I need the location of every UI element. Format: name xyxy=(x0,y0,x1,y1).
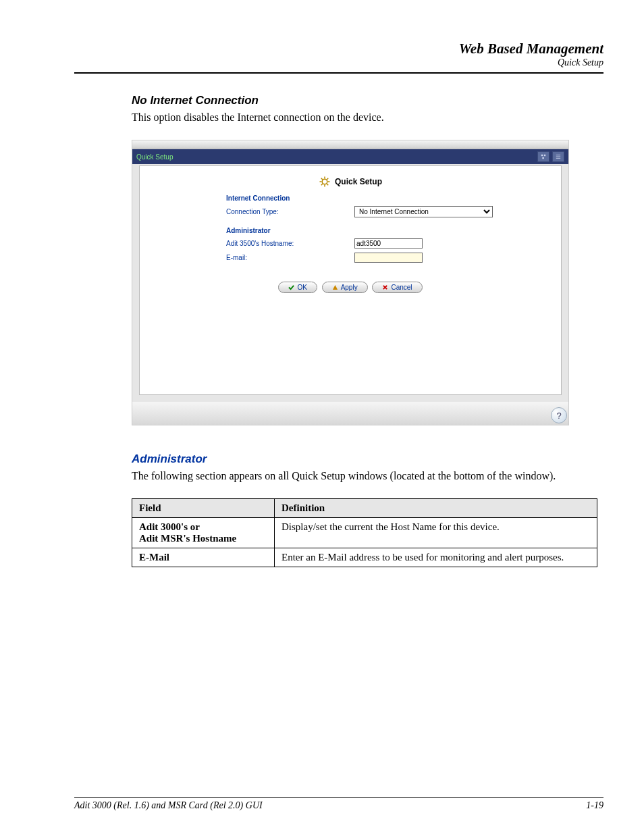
page-footer: Adit 3000 (Rel. 1.6) and MSR Card (Rel 2… xyxy=(74,797,603,811)
ok-label: OK xyxy=(297,284,306,291)
table-row: Adit 3000's orAdit MSR's Hostname Displa… xyxy=(132,518,597,548)
panel-title: Quick Setup xyxy=(152,176,549,188)
definition-table: Field Definition Adit 3000's orAdit MSR'… xyxy=(132,498,597,567)
field-name: Adit 3000's orAdit MSR's Hostname xyxy=(132,518,275,548)
footer-left: Adit 3000 (Rel. 1.6) and MSR Card (Rel 2… xyxy=(74,800,263,811)
panel-title-text: Quick Setup xyxy=(335,177,382,186)
svg-rect-1 xyxy=(544,155,545,156)
svg-line-14 xyxy=(327,178,328,180)
tree-view-icon[interactable] xyxy=(537,151,549,162)
svg-point-6 xyxy=(322,179,327,184)
cancel-button[interactable]: Cancel xyxy=(372,282,422,293)
connection-type-label: Connection Type: xyxy=(226,208,354,215)
hostname-input[interactable] xyxy=(354,238,423,249)
svg-line-11 xyxy=(321,178,323,180)
field-def: Display/set the current the Host Name fo… xyxy=(275,518,597,548)
table-row: E-Mail Enter an E-Mail address to be use… xyxy=(132,548,597,567)
apply-label: Apply xyxy=(341,284,358,291)
window-tab-bar: Quick Setup xyxy=(132,149,568,164)
gear-icon xyxy=(319,176,331,188)
cancel-icon xyxy=(382,284,388,290)
ok-button[interactable]: OK xyxy=(278,282,317,293)
svg-line-13 xyxy=(321,184,323,185)
check-icon xyxy=(288,284,294,290)
table-header-field: Field xyxy=(132,499,275,518)
svg-line-12 xyxy=(327,184,328,185)
svg-rect-2 xyxy=(542,157,543,159)
section-heading-administrator: Administrator xyxy=(132,452,603,466)
svg-rect-0 xyxy=(541,155,543,156)
section-heading-no-internet: No Internet Connection xyxy=(132,94,603,107)
email-input[interactable] xyxy=(354,253,423,263)
apply-icon xyxy=(332,284,338,290)
email-label: E-mail: xyxy=(226,254,354,261)
table-header-definition: Definition xyxy=(275,499,597,518)
doc-header: Web Based Management Quick Setup xyxy=(74,41,603,74)
hostname-label: Adit 3500's Hostname: xyxy=(226,240,354,247)
section-text: This option disables the Internet connec… xyxy=(132,111,603,124)
admin-section-text: The following section appears on all Qui… xyxy=(132,470,603,482)
active-tab[interactable]: Quick Setup xyxy=(136,153,173,161)
svg-marker-15 xyxy=(333,285,338,290)
footer-right: 1-19 xyxy=(586,800,603,811)
doc-title: Web Based Management xyxy=(74,41,603,57)
internet-section-label: Internet Connection xyxy=(226,194,549,202)
field-def: Enter an E-Mail address to be used for m… xyxy=(275,548,597,567)
admin-section-label: Administrator xyxy=(226,227,549,234)
apply-button[interactable]: Apply xyxy=(322,282,368,293)
field-name: E-Mail xyxy=(132,548,275,567)
cancel-label: Cancel xyxy=(391,284,412,291)
connection-type-select[interactable]: No Internet Connection xyxy=(354,206,493,217)
doc-subtitle: Quick Setup xyxy=(74,57,603,68)
list-view-icon[interactable] xyxy=(552,151,564,162)
screenshot-figure: Quick Setup Quick Setup Internet Connect… xyxy=(132,140,569,425)
help-icon[interactable]: ? xyxy=(551,407,567,423)
